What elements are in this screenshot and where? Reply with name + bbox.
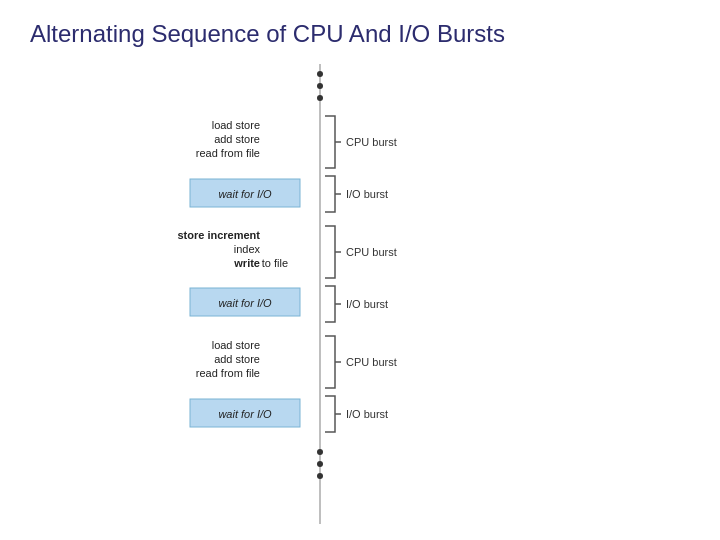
svg-text:I/O burst: I/O burst: [346, 188, 388, 200]
svg-point-28: [317, 473, 323, 479]
svg-text:wait for I/O: wait for I/O: [218, 297, 272, 309]
svg-text:I/O burst: I/O burst: [346, 408, 388, 420]
svg-text:write: write: [233, 257, 260, 269]
svg-text:read from file: read from file: [196, 147, 260, 159]
svg-point-3: [317, 95, 323, 101]
svg-text:CPU burst: CPU burst: [346, 136, 397, 148]
svg-point-1: [317, 71, 323, 77]
page-title: Alternating Sequence of CPU And I/O Burs…: [30, 20, 690, 48]
svg-text:to file: to file: [262, 257, 288, 269]
svg-text:add store: add store: [214, 353, 260, 365]
page: Alternating Sequence of CPU And I/O Burs…: [0, 0, 720, 540]
svg-text:load store: load store: [212, 339, 260, 351]
svg-text:wait for I/O: wait for I/O: [218, 188, 272, 200]
svg-text:I/O burst: I/O burst: [346, 298, 388, 310]
svg-text:load store: load store: [212, 119, 260, 131]
diagram-svg: load store add store read from file CPU …: [120, 64, 600, 524]
svg-text:wait for I/O: wait for I/O: [218, 408, 272, 420]
svg-point-26: [317, 449, 323, 455]
svg-point-2: [317, 83, 323, 89]
svg-text:CPU burst: CPU burst: [346, 246, 397, 258]
svg-text:store increment: store increment: [177, 229, 260, 241]
svg-text:add store: add store: [214, 133, 260, 145]
svg-point-27: [317, 461, 323, 467]
svg-text:index: index: [234, 243, 261, 255]
svg-text:CPU burst: CPU burst: [346, 356, 397, 368]
svg-text:read from file: read from file: [196, 367, 260, 379]
